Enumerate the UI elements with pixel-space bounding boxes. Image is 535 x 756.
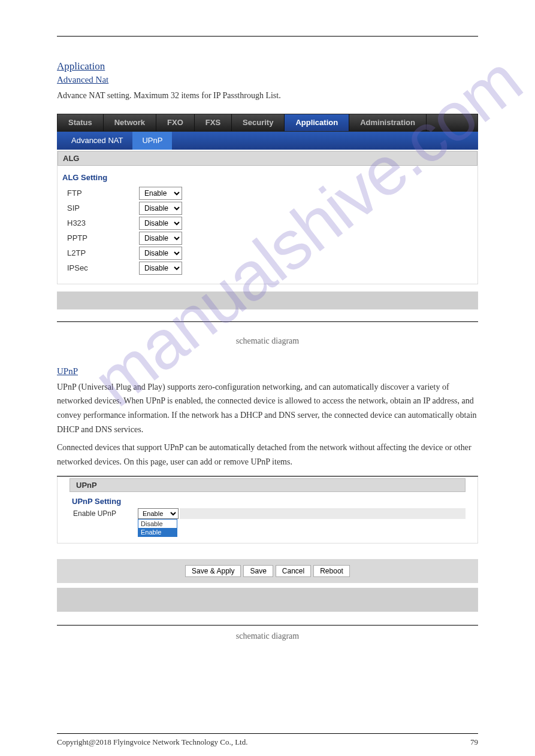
tab-network[interactable]: Network	[104, 114, 156, 131]
alg-screenshot: Status Network FXO FXS Security Applicat…	[57, 114, 478, 348]
alg-select-l2tp[interactable]: Disable	[139, 247, 182, 260]
alg-label: L2TP	[67, 248, 139, 257]
upnp-para1: UPnP (Universal Plug and Play) supports …	[57, 380, 478, 437]
alg-row-ftp: FTP Enable	[67, 187, 477, 200]
upnp-screenshot: UPnP UPnP Setting Enable UPnP Enable Dis…	[57, 476, 478, 643]
alg-label: H323	[67, 218, 139, 227]
alg-row-ipsec: IPSec Disable	[67, 262, 477, 275]
tab-security[interactable]: Security	[232, 114, 285, 131]
alg-title: ALG	[58, 151, 477, 166]
advanced-nat-link[interactable]: Advanced Nat	[57, 75, 108, 85]
gray-strip	[57, 292, 478, 309]
tab-fxo[interactable]: FXO	[156, 114, 195, 131]
alg-schematic-label: schematic diagram	[57, 334, 478, 348]
gray-strip	[57, 588, 478, 612]
upnp-schematic-label: schematic diagram	[57, 629, 478, 643]
upnp-option-enable[interactable]: Enable	[138, 528, 177, 536]
main-tabbar: Status Network FXO FXS Security Applicat…	[57, 114, 478, 132]
alg-select-sip[interactable]: Disable	[139, 202, 182, 215]
upnp-para2: Connected devices that support UPnP can …	[57, 441, 478, 469]
upnp-option-disable[interactable]: Disable	[138, 520, 177, 528]
alg-select-ipsec[interactable]: Disable	[139, 262, 182, 275]
application-link[interactable]: Application	[57, 60, 105, 72]
reboot-button[interactable]: Reboot	[313, 565, 350, 577]
tab-fxs[interactable]: FXS	[195, 114, 232, 131]
alg-select-ftp[interactable]: Enable	[139, 187, 182, 200]
footer-page: 79	[470, 737, 478, 747]
alg-row-l2tp: L2TP Disable	[67, 247, 477, 260]
top-rule	[57, 36, 478, 37]
alg-row-pptp: PPTP Disable	[67, 232, 477, 245]
upnp-enable-label: Enable UPnP	[73, 508, 138, 518]
cancel-button[interactable]: Cancel	[276, 565, 311, 577]
upnp-dropdown-list[interactable]: Disable Enable	[138, 519, 177, 537]
footer-left: Copyright@2018 Flyingvoice Network Techn…	[57, 737, 247, 747]
upnp-enable-select[interactable]: Enable	[138, 508, 179, 519]
alg-label: PPTP	[67, 233, 139, 242]
alg-label: SIP	[67, 204, 139, 212]
rule	[57, 625, 478, 626]
tab-application[interactable]: Application	[285, 114, 349, 131]
upnp-box-title: UPnP	[69, 478, 466, 492]
tab-administration[interactable]: Administration	[349, 114, 427, 131]
subtab-advanced-nat[interactable]: Advanced NAT	[62, 132, 132, 150]
sub-tabbar: Advanced NAT UPnP	[57, 132, 478, 150]
alg-row-sip: SIP Disable	[67, 202, 477, 215]
alg-row-h323: H323 Disable	[67, 217, 477, 230]
upnp-box-subtitle: UPnP Setting	[72, 497, 466, 506]
upnp-strip	[180, 508, 466, 519]
tab-status[interactable]: Status	[58, 114, 104, 131]
rule	[57, 321, 478, 322]
alg-select-h323[interactable]: Disable	[139, 217, 182, 230]
save-button[interactable]: Save	[243, 565, 273, 577]
subtab-upnp[interactable]: UPnP	[132, 132, 172, 150]
button-row: Save & Apply Save Cancel Reboot	[57, 559, 478, 583]
alg-subtitle: ALG Setting	[62, 173, 477, 182]
save-apply-button[interactable]: Save & Apply	[185, 565, 241, 577]
advance-nat-text: Advance NAT setting. Maximum 32 items fo…	[57, 89, 478, 103]
alg-select-pptp[interactable]: Disable	[139, 232, 182, 245]
alg-label: FTP	[67, 189, 139, 198]
alg-label: IPSec	[67, 263, 139, 272]
upnp-link[interactable]: UPnP	[57, 366, 78, 377]
